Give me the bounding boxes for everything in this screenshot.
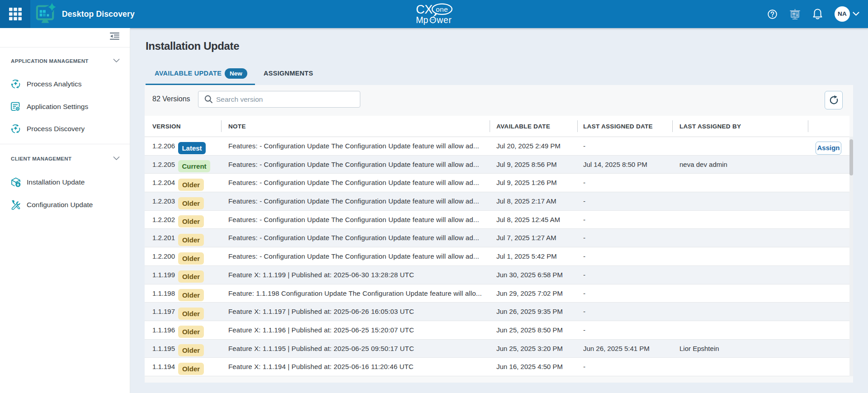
svg-text:one: one (436, 5, 448, 13)
svg-text:CX: CX (416, 3, 433, 16)
svg-text:Mp: Mp (416, 15, 428, 25)
svg-text:wer: wer (436, 15, 452, 25)
